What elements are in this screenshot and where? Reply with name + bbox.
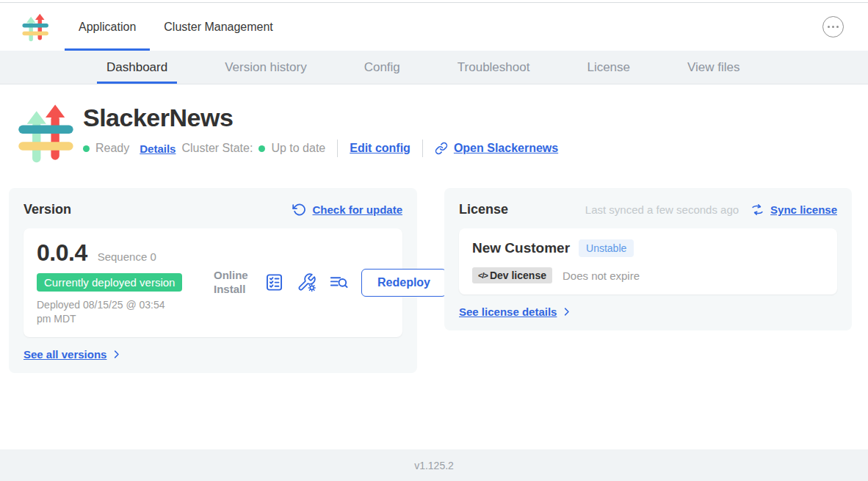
ellipsis-menu-button[interactable] <box>822 16 844 37</box>
open-app-link[interactable]: Open Slackernews <box>454 142 558 155</box>
ready-status-text: Ready <box>95 142 129 155</box>
chevron-right-icon <box>111 349 122 360</box>
edit-config-link[interactable]: Edit config <box>350 142 411 155</box>
preflight-checklist-icon[interactable] <box>264 272 284 292</box>
divider <box>337 140 338 157</box>
license-card: License Last synced a few seconds ago Sy… <box>444 188 852 330</box>
deployed-timestamp: Deployed 08/15/25 @ 03:54 pm MDT <box>37 298 173 326</box>
status-row: Ready Details Cluster State: Up to date … <box>83 140 558 157</box>
app-logo-large-icon <box>15 101 76 165</box>
main-header: Application Cluster Management <box>0 3 868 51</box>
current-version-panel: 0.0.4 Sequence 0 Currently deployed vers… <box>23 228 402 337</box>
chevron-right-icon <box>561 306 572 317</box>
config-wrench-gear-icon[interactable] <box>297 272 317 292</box>
subnav-version-history[interactable]: Version history <box>215 51 317 84</box>
link-icon <box>435 142 448 155</box>
subnav-troubleshoot[interactable]: Troubleshoot <box>448 51 540 84</box>
sync-license-link[interactable]: Sync license <box>770 203 837 216</box>
deployed-badge: Currently deployed version <box>37 273 182 292</box>
channel-badge: Unstable <box>579 239 634 257</box>
subnav-license[interactable]: License <box>577 51 640 84</box>
secondary-nav: Dashboard Version history Config Trouble… <box>0 51 868 84</box>
primary-tabs: Application Cluster Management <box>65 3 287 51</box>
cluster-state-label: Cluster State: <box>181 142 253 155</box>
version-number: 0.0.4 <box>37 239 87 267</box>
sync-icon <box>751 203 764 217</box>
app-logo-icon <box>21 12 50 43</box>
customer-name: New Customer <box>472 240 570 256</box>
ellipsis-dot <box>832 26 835 29</box>
install-type-label: Online Install <box>214 269 252 297</box>
license-type-text: Dev license <box>490 270 546 281</box>
refresh-icon <box>292 203 306 217</box>
version-sequence: Sequence 0 <box>98 250 156 263</box>
page-title: SlackerNews <box>83 102 558 133</box>
view-logs-search-icon[interactable] <box>329 272 349 292</box>
version-card: Version Check for update 0.0.4 Sequence … <box>9 188 417 373</box>
code-icon: </> <box>478 271 488 280</box>
cluster-state-dot <box>258 145 265 152</box>
last-synced-text: Last synced a few seconds ago <box>585 203 739 216</box>
license-card-title: License <box>459 202 508 217</box>
ellipsis-dot <box>828 26 831 29</box>
app-hero: SlackerNews Ready Details Cluster State:… <box>0 84 868 188</box>
version-card-title: Version <box>23 202 71 217</box>
see-all-versions-link[interactable]: See all versions <box>23 348 106 361</box>
see-license-details-link[interactable]: See license details <box>459 305 557 318</box>
ready-status-dot <box>83 145 90 152</box>
cluster-state-text: Up to date <box>271 142 325 155</box>
tab-application[interactable]: Application <box>65 3 150 51</box>
footer: v1.125.2 <box>0 449 868 481</box>
details-link[interactable]: Details <box>140 142 176 155</box>
license-type-badge: </> Dev license <box>472 267 552 283</box>
expiry-text: Does not expire <box>563 270 640 282</box>
ellipsis-dot <box>836 26 839 29</box>
subnav-dashboard[interactable]: Dashboard <box>97 51 177 84</box>
tab-cluster-management[interactable]: Cluster Management <box>150 3 287 51</box>
license-detail-panel: New Customer Unstable </> Dev license Do… <box>459 228 837 294</box>
redeploy-button[interactable]: Redeploy <box>361 269 446 297</box>
divider <box>422 140 423 157</box>
subnav-config[interactable]: Config <box>355 51 410 84</box>
dashboard-cards: Version Check for update 0.0.4 Sequence … <box>0 188 868 373</box>
console-version: v1.125.2 <box>414 460 454 471</box>
check-for-update-link[interactable]: Check for update <box>312 203 402 216</box>
subnav-view-files[interactable]: View files <box>678 51 750 84</box>
